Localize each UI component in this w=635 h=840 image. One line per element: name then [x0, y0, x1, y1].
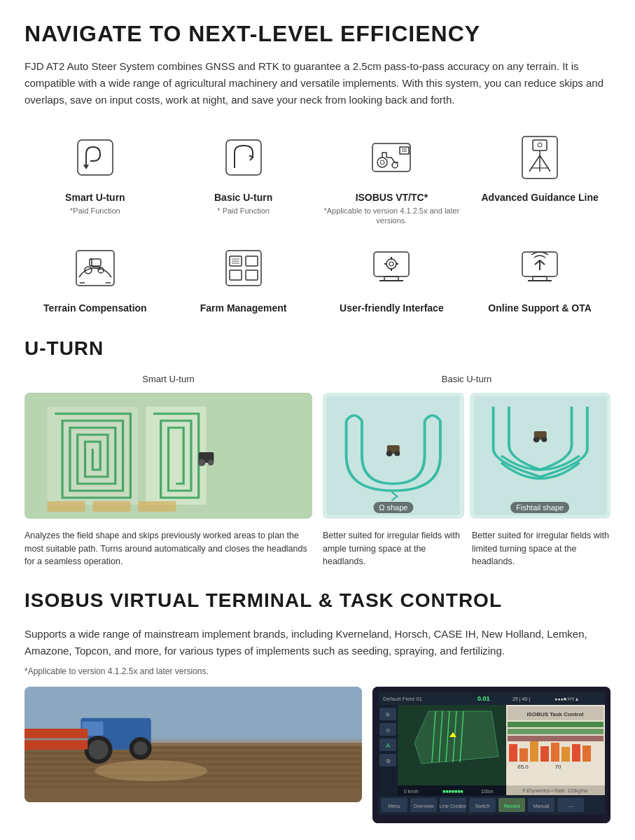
svg-rect-108	[508, 722, 603, 727]
isobus-field-image	[25, 687, 362, 802]
farm-mgmt-label: Farm Management	[200, 302, 287, 314]
feature-online-support: Online Support & OTA	[469, 240, 610, 316]
isobus-note: *Applicable to version 4.1.2.5x and late…	[25, 666, 610, 676]
smart-uturn-image-container	[25, 393, 312, 519]
feature-basic-uturn: Basic U-turn * Paid Function	[173, 130, 314, 226]
svg-point-33	[386, 259, 396, 269]
farm-mgmt-icon	[216, 240, 272, 296]
uturn-title: U-TURN	[25, 337, 610, 360]
svg-rect-9	[533, 140, 547, 150]
svg-rect-111	[509, 744, 517, 762]
uturn-section: U-TURN Smart U-turn Basic U-turn	[25, 337, 610, 568]
feature-smart-uturn: Smart U-turn *Paid Function	[25, 130, 166, 226]
svg-rect-47	[138, 501, 176, 512]
isobus-icon	[363, 130, 419, 186]
svg-point-54	[386, 451, 393, 456]
main-title: NAVIGATE TO NEXT-LEVEL EFFICIENCY	[25, 21, 610, 47]
svg-line-11	[529, 155, 540, 172]
basic-uturn-images-container: Ω shape	[323, 393, 610, 519]
svg-point-74	[88, 740, 108, 760]
svg-point-55	[394, 451, 400, 456]
smart-uturn-sub: *Paid Function	[70, 206, 120, 216]
svg-rect-110	[508, 736, 603, 741]
smart-uturn-icon	[67, 130, 123, 186]
isobus-section: ISOBUS VIRTUAL TERMINAL & TASK CONTROL S…	[25, 589, 610, 823]
isobus-images-row: Default Field 01 0.01 25 | 40 | ●●●■ HY▲…	[25, 687, 610, 823]
smart-uturn-label: Smart U-turn	[65, 191, 125, 204]
smart-uturn-image	[25, 393, 312, 519]
isobus-desc: Supports a wide range of mainstream impl…	[25, 626, 610, 659]
online-support-label: Online Support & OTA	[488, 302, 592, 314]
features-grid: Smart U-turn *Paid Function Basic U-turn…	[25, 130, 610, 316]
svg-rect-117	[572, 744, 580, 762]
svg-point-76	[134, 741, 148, 755]
basic-uturn-label: Basic U-turn	[214, 191, 272, 204]
svg-rect-113	[530, 741, 538, 762]
svg-text:■■■■■■■: ■■■■■■■	[442, 789, 463, 794]
user-friendly-label: User-friendly Interface	[340, 302, 444, 314]
svg-text:0.01: 0.01	[477, 695, 490, 702]
advanced-guidance-icon	[512, 130, 568, 186]
svg-text:Menu: Menu	[388, 804, 400, 808]
svg-rect-70	[25, 785, 362, 788]
svg-text:65.0: 65.0	[517, 764, 529, 770]
isobus-sub: *Applicable to version 4.1.2.5x and late…	[321, 206, 463, 226]
svg-text:Record: Record	[504, 804, 520, 808]
svg-point-4	[380, 160, 384, 164]
svg-text:ISOBUS Task Control: ISOBUS Task Control	[526, 711, 583, 718]
online-support-icon	[512, 240, 568, 296]
svg-line-12	[540, 155, 550, 172]
isobus-label: ISOBUS VT/TC*	[356, 191, 428, 204]
svg-point-19	[98, 267, 104, 273]
fishtail-caption: Fishtail shape	[510, 502, 569, 513]
svg-text:A: A	[386, 742, 390, 749]
basic-fishtail-desc: Better suited for irregular fields with …	[472, 529, 610, 568]
smart-uturn-desc: Analyzes the field shape and skips previ…	[25, 529, 312, 568]
svg-text:Overview: Overview	[413, 804, 434, 808]
basic-uturn-icon	[216, 130, 272, 186]
svg-rect-64	[25, 752, 362, 755]
svg-rect-25	[230, 270, 242, 280]
feature-isobus: ISOBUS VT/TC* *Applicable to version 4.1…	[321, 130, 463, 226]
svg-point-5	[392, 162, 398, 168]
svg-rect-109	[508, 729, 603, 734]
terrain-comp-icon	[67, 240, 123, 296]
svg-text:Default Field 01: Default Field 01	[383, 696, 423, 702]
svg-rect-69	[25, 780, 362, 783]
svg-point-49	[198, 459, 206, 466]
uturn-images-row: Ω shape	[25, 393, 610, 519]
feature-farm-mgmt: Farm Management	[173, 240, 314, 316]
svg-rect-24	[246, 256, 258, 266]
svg-text:Manual: Manual	[533, 804, 550, 808]
basic-uturn-sub: * Paid Function	[217, 206, 270, 216]
user-friendly-icon	[363, 240, 419, 296]
svg-text:100m: 100m	[481, 789, 494, 794]
svg-rect-112	[519, 748, 528, 762]
svg-text:70: 70	[555, 764, 561, 770]
svg-text:Switch: Switch	[475, 804, 490, 808]
svg-text:FJDynamics • Rate: 120kg/ha: FJDynamics • Rate: 120kg/ha	[523, 788, 587, 794]
svg-text:⚙: ⚙	[386, 758, 391, 764]
svg-point-60	[541, 437, 547, 442]
intro-text: FJD AT2 Auto Steer System combines GNSS …	[25, 58, 610, 108]
uturn-descriptions: Analyzes the field shape and skips previ…	[25, 529, 610, 568]
feature-terrain-comp: Terrain Compensation	[25, 240, 166, 316]
svg-rect-114	[540, 746, 549, 762]
omega-shape-image: Ω shape	[323, 393, 464, 519]
svg-text:0 km/h: 0 km/h	[404, 789, 419, 794]
isobus-screen-image: Default Field 01 0.01 25 | 40 | ●●●■ HY▲…	[372, 687, 610, 823]
terrain-comp-label: Terrain Compensation	[43, 302, 147, 314]
svg-point-50	[208, 460, 214, 465]
page-wrapper: NAVIGATE TO NEXT-LEVEL EFFICIENCY FJD AT…	[0, 0, 635, 840]
svg-rect-116	[561, 747, 570, 762]
svg-point-3	[377, 158, 387, 167]
svg-marker-98	[414, 711, 498, 764]
svg-rect-46	[92, 501, 130, 512]
svg-text:25 | 40 |: 25 | 40 |	[512, 696, 530, 702]
svg-rect-45	[47, 501, 85, 512]
svg-rect-0	[78, 140, 113, 175]
basic-uturn-descs: Better suited for irregular fields with …	[323, 529, 610, 568]
svg-text:⊙: ⊙	[386, 727, 391, 734]
svg-point-15	[538, 143, 542, 147]
isobus-title: ISOBUS VIRTUAL TERMINAL & TASK CONTROL	[25, 589, 610, 612]
